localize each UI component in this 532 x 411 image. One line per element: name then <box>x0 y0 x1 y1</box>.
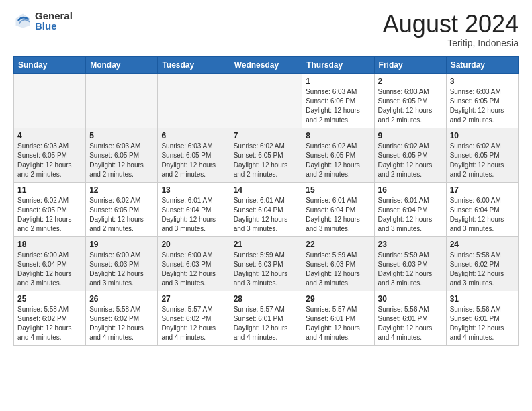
day-info: Sunrise: 6:03 AM Sunset: 6:05 PM Dayligh… <box>161 142 226 179</box>
day-info: Sunrise: 6:02 AM Sunset: 6:05 PM Dayligh… <box>378 142 443 179</box>
table-row: 25Sunrise: 5:58 AM Sunset: 6:02 PM Dayli… <box>14 291 86 345</box>
day-info: Sunrise: 6:02 AM Sunset: 6:05 PM Dayligh… <box>306 142 370 179</box>
col-tuesday: Tuesday <box>158 56 230 73</box>
day-info: Sunrise: 6:01 AM Sunset: 6:04 PM Dayligh… <box>306 196 370 234</box>
table-row: 6Sunrise: 6:03 AM Sunset: 6:05 PM Daylig… <box>158 128 230 182</box>
day-number: 8 <box>306 131 370 140</box>
day-info: Sunrise: 6:02 AM Sunset: 6:05 PM Dayligh… <box>17 196 82 234</box>
calendar-table: Sunday Monday Tuesday Wednesday Thursday… <box>13 56 519 346</box>
table-row: 3Sunrise: 6:03 AM Sunset: 6:05 PM Daylig… <box>446 73 518 128</box>
day-number: 29 <box>306 294 370 304</box>
calendar-week-5: 25Sunrise: 5:58 AM Sunset: 6:02 PM Dayli… <box>14 291 519 345</box>
day-info: Sunrise: 6:02 AM Sunset: 6:05 PM Dayligh… <box>234 142 299 179</box>
table-row: 17Sunrise: 6:00 AM Sunset: 6:04 PM Dayli… <box>446 182 518 236</box>
table-row: 9Sunrise: 6:02 AM Sunset: 6:05 PM Daylig… <box>374 128 446 182</box>
calendar-week-3: 11Sunrise: 6:02 AM Sunset: 6:05 PM Dayli… <box>14 182 519 236</box>
day-number: 2 <box>378 77 443 86</box>
day-info: Sunrise: 6:02 AM Sunset: 6:05 PM Dayligh… <box>450 142 515 179</box>
day-number: 24 <box>450 240 515 249</box>
col-saturday: Saturday <box>446 56 518 73</box>
day-number: 15 <box>306 185 370 195</box>
page-header: General Blue August 2024 Teritip, Indone… <box>13 11 519 48</box>
logo-icon <box>13 11 32 30</box>
day-number: 11 <box>17 185 82 195</box>
calendar-week-2: 4Sunrise: 6:03 AM Sunset: 6:05 PM Daylig… <box>14 128 519 182</box>
day-number: 30 <box>378 294 443 304</box>
day-info: Sunrise: 6:00 AM Sunset: 6:03 PM Dayligh… <box>161 250 226 288</box>
col-thursday: Thursday <box>302 56 374 73</box>
table-row: 24Sunrise: 5:58 AM Sunset: 6:02 PM Dayli… <box>446 236 518 291</box>
table-row: 15Sunrise: 6:01 AM Sunset: 6:04 PM Dayli… <box>302 182 374 236</box>
day-number: 22 <box>306 240 370 249</box>
day-number: 20 <box>161 240 226 249</box>
day-info: Sunrise: 5:57 AM Sunset: 6:01 PM Dayligh… <box>306 305 370 342</box>
table-row: 31Sunrise: 5:56 AM Sunset: 6:01 PM Dayli… <box>446 291 518 345</box>
day-info: Sunrise: 5:58 AM Sunset: 6:02 PM Dayligh… <box>89 305 154 342</box>
day-info: Sunrise: 5:59 AM Sunset: 6:03 PM Dayligh… <box>306 250 370 288</box>
day-number: 25 <box>17 294 82 304</box>
col-sunday: Sunday <box>14 56 86 73</box>
day-info: Sunrise: 5:58 AM Sunset: 6:02 PM Dayligh… <box>17 305 82 342</box>
day-info: Sunrise: 5:57 AM Sunset: 6:02 PM Dayligh… <box>161 305 226 342</box>
table-row: 26Sunrise: 5:58 AM Sunset: 6:02 PM Dayli… <box>86 291 158 345</box>
day-number: 1 <box>306 77 370 86</box>
calendar-week-1: 1Sunrise: 6:03 AM Sunset: 6:06 PM Daylig… <box>14 73 519 128</box>
table-row: 1Sunrise: 6:03 AM Sunset: 6:06 PM Daylig… <box>302 73 374 128</box>
day-info: Sunrise: 5:58 AM Sunset: 6:02 PM Dayligh… <box>450 250 515 288</box>
day-number: 26 <box>89 294 154 304</box>
day-info: Sunrise: 5:57 AM Sunset: 6:01 PM Dayligh… <box>234 305 299 342</box>
day-number: 19 <box>89 240 154 249</box>
table-row: 20Sunrise: 6:00 AM Sunset: 6:03 PM Dayli… <box>158 236 230 291</box>
logo-general: General <box>35 11 73 21</box>
calendar-week-4: 18Sunrise: 6:00 AM Sunset: 6:04 PM Dayli… <box>14 236 519 291</box>
day-info: Sunrise: 6:03 AM Sunset: 6:05 PM Dayligh… <box>17 142 82 179</box>
table-row: 16Sunrise: 6:01 AM Sunset: 6:04 PM Dayli… <box>374 182 446 236</box>
day-info: Sunrise: 6:03 AM Sunset: 6:05 PM Dayligh… <box>378 87 443 125</box>
table-row <box>158 73 230 128</box>
table-row: 7Sunrise: 6:02 AM Sunset: 6:05 PM Daylig… <box>230 128 302 182</box>
table-row: 8Sunrise: 6:02 AM Sunset: 6:05 PM Daylig… <box>302 128 374 182</box>
day-number: 23 <box>378 240 443 249</box>
day-number: 9 <box>378 131 443 140</box>
month-year-title: August 2024 <box>383 11 519 38</box>
day-info: Sunrise: 6:00 AM Sunset: 6:03 PM Dayligh… <box>89 250 154 288</box>
day-info: Sunrise: 6:00 AM Sunset: 6:04 PM Dayligh… <box>17 250 82 288</box>
table-row: 13Sunrise: 6:01 AM Sunset: 6:04 PM Dayli… <box>158 182 230 236</box>
day-number: 10 <box>450 131 515 140</box>
day-info: Sunrise: 5:56 AM Sunset: 6:01 PM Dayligh… <box>450 305 515 342</box>
day-number: 17 <box>450 185 515 195</box>
table-row: 4Sunrise: 6:03 AM Sunset: 6:05 PM Daylig… <box>14 128 86 182</box>
table-row <box>230 73 302 128</box>
day-number: 16 <box>378 185 443 195</box>
day-number: 27 <box>161 294 226 304</box>
day-number: 18 <box>17 240 82 249</box>
col-friday: Friday <box>374 56 446 73</box>
logo-text: General Blue <box>35 11 73 31</box>
table-row: 22Sunrise: 5:59 AM Sunset: 6:03 PM Dayli… <box>302 236 374 291</box>
day-number: 7 <box>234 131 299 140</box>
table-row <box>86 73 158 128</box>
day-info: Sunrise: 6:01 AM Sunset: 6:04 PM Dayligh… <box>234 196 299 234</box>
day-info: Sunrise: 6:03 AM Sunset: 6:06 PM Dayligh… <box>306 87 370 125</box>
table-row: 27Sunrise: 5:57 AM Sunset: 6:02 PM Dayli… <box>158 291 230 345</box>
table-row: 29Sunrise: 5:57 AM Sunset: 6:01 PM Dayli… <box>302 291 374 345</box>
day-info: Sunrise: 5:56 AM Sunset: 6:01 PM Dayligh… <box>378 305 443 342</box>
table-row: 14Sunrise: 6:01 AM Sunset: 6:04 PM Dayli… <box>230 182 302 236</box>
table-row: 18Sunrise: 6:00 AM Sunset: 6:04 PM Dayli… <box>14 236 86 291</box>
day-number: 14 <box>234 185 299 195</box>
day-info: Sunrise: 6:01 AM Sunset: 6:04 PM Dayligh… <box>378 196 443 234</box>
table-row: 19Sunrise: 6:00 AM Sunset: 6:03 PM Dayli… <box>86 236 158 291</box>
day-info: Sunrise: 6:00 AM Sunset: 6:04 PM Dayligh… <box>450 196 515 234</box>
day-info: Sunrise: 6:01 AM Sunset: 6:04 PM Dayligh… <box>161 196 226 234</box>
logo: General Blue <box>13 11 73 31</box>
title-block: August 2024 Teritip, Indonesia <box>383 11 519 48</box>
table-row: 5Sunrise: 6:03 AM Sunset: 6:05 PM Daylig… <box>86 128 158 182</box>
calendar-header-row: Sunday Monday Tuesday Wednesday Thursday… <box>14 56 519 73</box>
day-number: 4 <box>17 131 82 140</box>
table-row <box>14 73 86 128</box>
day-info: Sunrise: 5:59 AM Sunset: 6:03 PM Dayligh… <box>378 250 443 288</box>
col-monday: Monday <box>86 56 158 73</box>
day-info: Sunrise: 6:03 AM Sunset: 6:05 PM Dayligh… <box>450 87 515 125</box>
day-number: 31 <box>450 294 515 304</box>
col-wednesday: Wednesday <box>230 56 302 73</box>
